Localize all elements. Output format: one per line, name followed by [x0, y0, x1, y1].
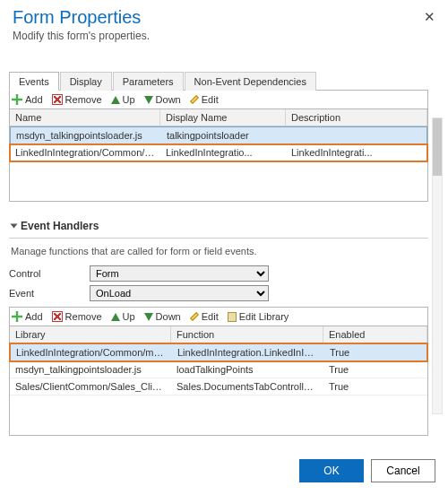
separator: [9, 238, 428, 239]
vertical-scrollbar[interactable]: [432, 117, 443, 414]
edit-icon: [190, 312, 199, 321]
dialog-subtitle: Modify this form's properties.: [13, 30, 435, 42]
lib-up-button[interactable]: Up: [111, 94, 135, 105]
tab-strip: Events Display Parameters Non-Event Depe…: [9, 71, 428, 91]
event-handlers-heading[interactable]: Event Handlers: [11, 220, 428, 232]
remove-icon: [52, 311, 63, 322]
dialog-title: Form Properties: [13, 7, 435, 28]
table-row[interactable]: LinkedInIntegration/Common/msdyn_L... Li…: [10, 144, 427, 161]
up-icon: [111, 313, 120, 321]
col-name[interactable]: Name: [10, 109, 160, 126]
handlers-grid-body: LinkedInIntegration/Common/msdyn_L... Li…: [10, 343, 427, 435]
handlers-grid-header: Library Function Enabled: [10, 326, 427, 343]
dialog-header: Form Properties Modify this form's prope…: [0, 0, 448, 46]
down-icon: [144, 313, 153, 321]
col-function[interactable]: Function: [171, 326, 323, 343]
remove-icon: [52, 94, 63, 105]
control-select[interactable]: Form: [90, 265, 269, 282]
grid-empty-space: [10, 161, 427, 201]
lib-down-button[interactable]: Down: [144, 94, 181, 105]
tab-non-event-dependencies[interactable]: Non-Event Dependencies: [185, 72, 316, 91]
dialog-footer: OK Cancel: [0, 450, 448, 495]
tab-display[interactable]: Display: [60, 72, 112, 91]
control-row: Control Form: [9, 265, 428, 282]
event-label: Event: [9, 288, 90, 299]
grid-empty-space: [10, 395, 427, 435]
handler-up-button[interactable]: Up: [111, 311, 135, 322]
library-icon: [228, 312, 237, 322]
add-icon: [12, 94, 22, 105]
libraries-grid-header: Name Display Name Description: [10, 109, 427, 126]
table-row[interactable]: msdyn_talkingpointsloader.js loadTalking…: [10, 361, 427, 378]
lib-add-button[interactable]: Add: [12, 94, 43, 105]
add-icon: [12, 311, 22, 322]
handler-remove-button[interactable]: Remove: [52, 311, 102, 322]
control-label: Control: [9, 268, 90, 279]
lib-edit-button[interactable]: Edit: [190, 94, 219, 105]
handler-add-button[interactable]: Add: [12, 311, 43, 322]
tab-parameters[interactable]: Parameters: [113, 72, 184, 91]
ok-button[interactable]: OK: [299, 459, 364, 482]
table-row[interactable]: LinkedInIntegration/Common/msdyn_L... Li…: [10, 343, 427, 361]
handlers-toolbar: Add Remove Up Down Edit Edit Library: [9, 307, 428, 326]
handler-edit-library-button[interactable]: Edit Library: [228, 311, 289, 322]
edit-icon: [190, 95, 199, 104]
event-row: Event OnLoad: [9, 285, 428, 301]
handlers-grid[interactable]: Library Function Enabled LinkedInIntegra…: [9, 326, 428, 436]
dialog-content: Events Display Parameters Non-Event Depe…: [5, 46, 432, 450]
handler-edit-button[interactable]: Edit: [190, 311, 219, 322]
libraries-toolbar: Add Remove Up Down Edit: [9, 91, 428, 109]
tab-events[interactable]: Events: [9, 72, 59, 91]
col-enabled[interactable]: Enabled: [323, 326, 427, 343]
libraries-grid[interactable]: Name Display Name Description msdyn_talk…: [9, 109, 428, 202]
table-row[interactable]: msdyn_talkingpointsloader.js talkingpoin…: [10, 126, 427, 144]
scrollbar-thumb[interactable]: [433, 118, 442, 176]
cancel-button[interactable]: Cancel: [371, 459, 435, 482]
table-row[interactable]: Sales/ClientCommon/Sales_ClientCom... Sa…: [10, 378, 427, 395]
up-icon: [111, 96, 120, 104]
handler-down-button[interactable]: Down: [144, 311, 181, 322]
close-button[interactable]: ✕: [424, 9, 435, 25]
col-library[interactable]: Library: [10, 326, 171, 343]
lib-remove-button[interactable]: Remove: [52, 94, 102, 105]
down-icon: [144, 96, 153, 104]
col-display-name[interactable]: Display Name: [160, 109, 286, 126]
collapse-icon: [11, 224, 18, 229]
form-properties-dialog: Form Properties Modify this form's prope…: [0, 0, 448, 495]
libraries-grid-body: msdyn_talkingpointsloader.js talkingpoin…: [10, 126, 427, 201]
event-handlers-hint: Manage functions that are called for for…: [11, 246, 428, 256]
event-select[interactable]: OnLoad: [90, 285, 269, 301]
col-description[interactable]: Description: [286, 109, 427, 126]
